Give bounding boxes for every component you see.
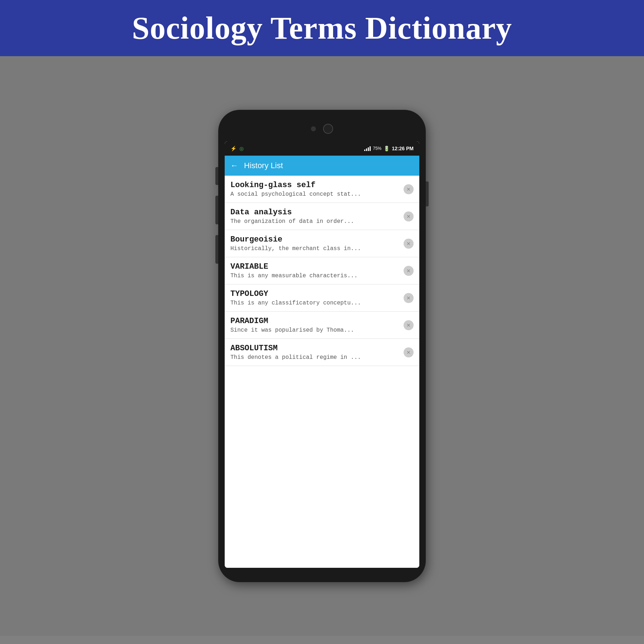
list-item-content: Looking-glass self A social psychologica… <box>230 181 401 197</box>
list-item[interactable]: Bourgeoisie Historically, the merchant c… <box>225 230 419 257</box>
phone-screen: ⚡ ◎ 75% 🔋 12:26 PM ← <box>225 141 419 568</box>
list-item-subtitle: This denotes a political regime in ... <box>230 354 401 361</box>
status-bar: ⚡ ◎ 75% 🔋 12:26 PM <box>225 141 419 156</box>
remove-button[interactable] <box>404 266 414 276</box>
back-button[interactable]: ← <box>230 161 238 170</box>
list-item[interactable]: Looking-glass self A social psychologica… <box>225 176 419 203</box>
list-item-title: VARIABLE <box>230 262 401 271</box>
phone-frame: ⚡ ◎ 75% 🔋 12:26 PM ← <box>218 110 426 582</box>
list-item-subtitle: This is any measurable characteris... <box>230 273 401 279</box>
list-item-content: VARIABLE This is any measurable characte… <box>230 262 401 279</box>
list-item[interactable]: TYPOLOGY This is any classificatory conc… <box>225 284 419 312</box>
status-right-info: 75% 🔋 12:26 PM <box>364 146 414 151</box>
list-item-subtitle: This is any classificatory conceptu... <box>230 300 401 306</box>
list-item-subtitle: A social psychological concept stat... <box>230 191 401 197</box>
volume-silent-button <box>215 167 218 185</box>
signal-bar-2 <box>366 148 367 151</box>
list-item-subtitle: Since it was popularised by Thoma... <box>230 327 401 333</box>
volume-up-button <box>215 196 218 224</box>
remove-button[interactable] <box>404 211 414 221</box>
list-item-title: TYPOLOGY <box>230 289 401 298</box>
list-item-title: ABSOLUTISM <box>230 344 401 353</box>
remove-button[interactable] <box>404 320 414 330</box>
main-area: ⚡ ◎ 75% 🔋 12:26 PM ← <box>0 56 644 636</box>
power-button <box>426 181 429 206</box>
volume-down-button <box>215 235 218 264</box>
signal-bar-1 <box>364 150 365 151</box>
status-left-icons: ⚡ ◎ <box>230 146 244 151</box>
list-item-subtitle: The organization of data in order... <box>230 218 401 225</box>
list-item-title: Looking-glass self <box>230 181 401 190</box>
status-time: 12:26 PM <box>392 146 414 151</box>
signal-bar-3 <box>368 147 369 151</box>
list-item-content: TYPOLOGY This is any classificatory conc… <box>230 289 401 306</box>
remove-button[interactable] <box>404 184 414 194</box>
app-bar: ← History List <box>225 156 419 176</box>
list-item-title: PARADIGM <box>230 317 401 326</box>
signal-bars <box>364 146 371 151</box>
remove-button[interactable] <box>404 347 414 357</box>
list-item-content: ABSOLUTISM This denotes a political regi… <box>230 344 401 361</box>
app-bar-title: History List <box>244 161 283 170</box>
signal-bar-4 <box>370 146 371 151</box>
history-list: Looking-glass self A social psychologica… <box>225 176 419 568</box>
list-item[interactable]: VARIABLE This is any measurable characte… <box>225 257 419 284</box>
list-item-content: Data analysis The organization of data i… <box>230 208 401 225</box>
list-item-title: Data analysis <box>230 208 401 217</box>
list-item[interactable]: ABSOLUTISM This denotes a political regi… <box>225 339 419 366</box>
battery-percent: 75% <box>373 146 381 151</box>
list-item-content: Bourgeoisie Historically, the merchant c… <box>230 235 401 252</box>
list-item-subtitle: Historically, the merchant class in... <box>230 245 401 252</box>
gps-icon: ◎ <box>239 146 244 151</box>
top-banner: Sociology Terms Dictionary <box>0 0 644 56</box>
usb-icon: ⚡ <box>230 146 236 151</box>
remove-button[interactable] <box>404 239 414 249</box>
list-item-content: PARADIGM Since it was popularised by Tho… <box>230 317 401 333</box>
banner-title: Sociology Terms Dictionary <box>14 10 630 46</box>
list-item[interactable]: Data analysis The organization of data i… <box>225 203 419 230</box>
phone-notch <box>225 116 419 141</box>
front-camera <box>323 124 333 134</box>
list-item-title: Bourgeoisie <box>230 235 401 244</box>
battery-icon: 🔋 <box>384 146 390 151</box>
speaker-dot <box>311 126 316 131</box>
remove-button[interactable] <box>404 293 414 303</box>
list-item[interactable]: PARADIGM Since it was popularised by Tho… <box>225 312 419 339</box>
